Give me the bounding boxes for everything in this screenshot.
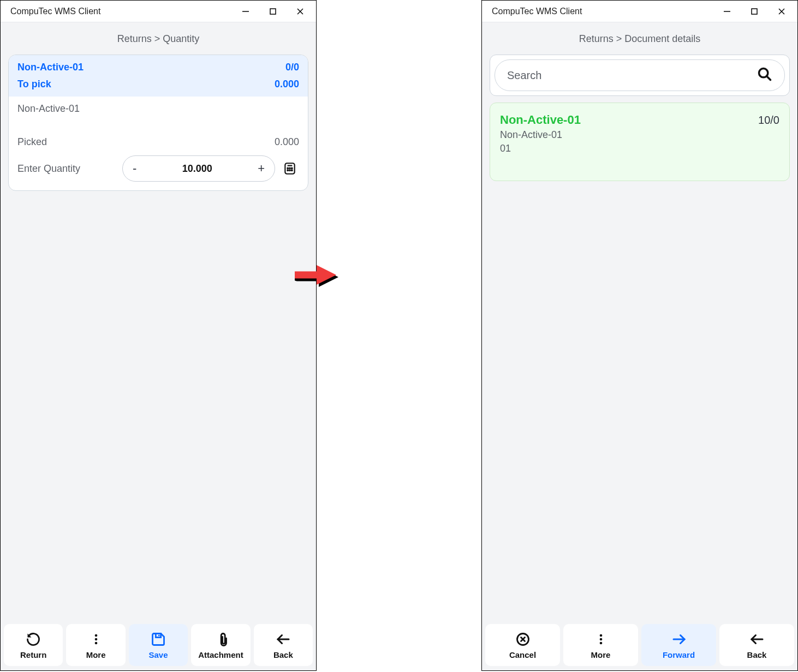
svg-point-11 [291,170,293,171]
list-item[interactable]: Non-Active-01 10/0 Non-Active-01 01 [490,103,790,181]
picked-value: 0.000 [275,136,299,148]
window-title: CompuTec WMS Client [492,7,721,16]
nav-label: Cancel [509,650,536,659]
close-button[interactable] [294,5,306,17]
arrow-right-icon [671,632,687,647]
close-button[interactable] [776,5,788,17]
search-input[interactable]: Search [495,59,785,91]
item-code: Non-Active-01 [17,62,84,73]
nav-label: Return [20,650,46,659]
titlebar: CompuTec WMS Client [1,1,316,22]
nav-label: More [591,650,611,659]
to-pick-value: 0.000 [275,79,299,90]
search-container: Search [490,55,790,96]
decrease-button[interactable]: - [133,161,136,176]
cancel-button[interactable]: Cancel [485,624,560,666]
right-window: CompuTec WMS Client Returns > Document d… [481,0,798,671]
svg-point-33 [599,642,602,645]
dots-vertical-icon [88,632,104,647]
svg-rect-1 [270,9,276,14]
nav-label: Save [148,650,168,659]
transition-arrow-icon [295,262,341,295]
bottom-nav: Return More Save [1,621,316,670]
nav-label: Forward [663,650,695,659]
nav-label: Attachment [198,650,243,659]
save-icon [151,632,166,647]
svg-point-7 [289,168,290,169]
titlebar: CompuTec WMS Client [482,1,797,22]
search-icon [757,67,772,84]
arrow-left-icon [749,632,765,647]
bottom-nav: Cancel More Forward [482,621,797,670]
increase-button[interactable]: + [258,161,265,176]
calculator-button[interactable] [281,159,299,178]
maximize-button[interactable] [267,5,279,17]
breadcrumb: Returns > Document details [482,22,797,55]
rotate-icon [26,632,41,647]
svg-point-13 [94,638,97,641]
svg-point-14 [94,642,97,645]
item-bin: 01 [500,143,779,154]
paperclip-icon [213,632,228,647]
item-ratio: 10/0 [758,114,779,127]
attachment-button[interactable]: Attachment [191,624,250,666]
svg-line-27 [767,76,771,80]
item-name: Non-Active-01 [17,103,299,115]
svg-point-10 [289,170,290,171]
picked-label: Picked [17,136,47,148]
item-name: Non-Active-01 [500,129,779,141]
cancel-icon [515,632,531,647]
minimize-button[interactable] [240,5,252,17]
quantity-stepper[interactable]: - 10.000 + [122,155,275,182]
dots-vertical-icon [593,632,609,647]
more-button[interactable]: More [66,624,125,666]
back-button[interactable]: Back [719,624,794,666]
forward-button[interactable]: Forward [641,624,716,666]
item-code: Non-Active-01 [500,113,581,127]
back-button[interactable]: Back [254,624,313,666]
svg-point-31 [599,634,602,637]
svg-point-6 [287,168,288,169]
nav-label: Back [747,650,767,659]
card-header: Non-Active-01 0/0 To pick 0.000 [9,55,308,97]
svg-point-12 [94,634,97,637]
to-pick-label: To pick [17,79,51,90]
return-button[interactable]: Return [4,624,63,666]
breadcrumb: Returns > Quantity [1,22,316,55]
nav-label: More [86,650,106,659]
more-button[interactable]: More [563,624,638,666]
arrow-left-icon [275,632,291,647]
nav-label: Back [273,650,293,659]
search-placeholder: Search [507,69,541,82]
item-ratio: 0/0 [285,62,299,73]
enter-quantity-label: Enter Quantity [17,163,80,175]
quantity-value: 10.000 [182,163,212,175]
svg-point-8 [291,168,293,169]
svg-rect-23 [752,9,757,14]
maximize-button[interactable] [748,5,760,17]
window-title: CompuTec WMS Client [10,7,240,16]
minimize-button[interactable] [721,5,733,17]
left-window: CompuTec WMS Client Returns > Quantity N… [0,0,317,671]
save-button[interactable]: Save [129,624,188,666]
quantity-card: Non-Active-01 0/0 To pick 0.000 Non-Acti… [8,55,308,191]
svg-point-32 [599,638,602,641]
svg-point-9 [287,170,288,171]
